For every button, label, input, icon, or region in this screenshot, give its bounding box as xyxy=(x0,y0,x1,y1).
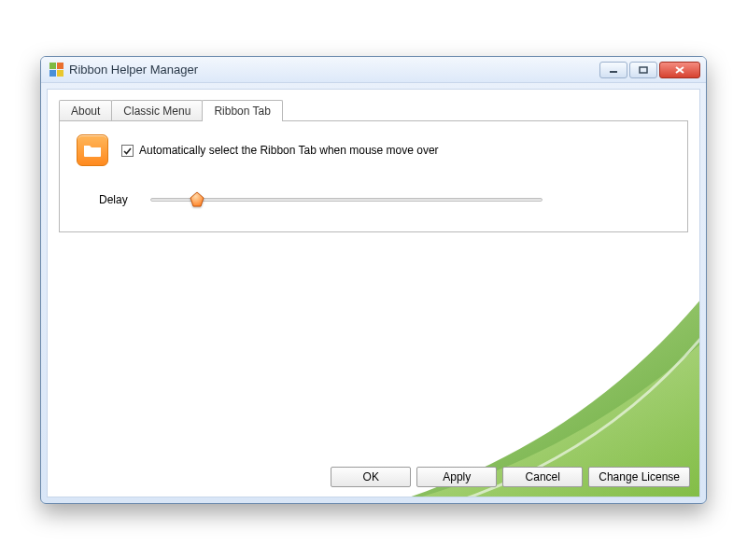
apply-button[interactable]: Apply xyxy=(416,467,497,487)
tab-ribbon-tab[interactable]: Ribbon Tab xyxy=(202,100,283,121)
app-window: Ribbon Helper Manager xyxy=(40,56,707,504)
close-icon xyxy=(674,65,685,75)
dialog-button-row: OK Apply Cancel Change License xyxy=(48,459,699,497)
svg-rect-0 xyxy=(610,71,617,73)
checkmark-icon xyxy=(122,146,133,156)
titlebar[interactable]: Ribbon Helper Manager xyxy=(41,57,706,83)
maximize-button[interactable] xyxy=(629,62,657,78)
change-license-button[interactable]: Change License xyxy=(588,467,690,487)
svg-rect-1 xyxy=(640,67,647,73)
auto-select-label: Automatically select the Ribbon Tab when… xyxy=(139,144,439,157)
delay-row: Delay xyxy=(77,185,670,218)
window-controls xyxy=(599,62,700,78)
tab-strip: About Classic Menu Ribbon Tab xyxy=(48,90,699,120)
auto-select-checkbox-row: Automatically select the Ribbon Tab when… xyxy=(121,144,439,157)
decorative-swoosh xyxy=(214,198,700,497)
minimize-icon xyxy=(609,66,618,74)
tab-classic-menu[interactable]: Classic Menu xyxy=(111,100,203,121)
tab-about[interactable]: About xyxy=(59,100,112,121)
maximize-icon xyxy=(639,66,648,74)
window-title: Ribbon Helper Manager xyxy=(69,63,599,77)
folder-icon xyxy=(77,134,108,166)
close-button[interactable] xyxy=(659,62,700,78)
slider-thumb[interactable] xyxy=(190,191,204,208)
delay-slider[interactable] xyxy=(150,190,543,209)
minimize-button[interactable] xyxy=(599,62,627,78)
ok-button[interactable]: OK xyxy=(331,467,411,487)
client-area: About Classic Menu Ribbon Tab Autom xyxy=(47,89,700,497)
app-icon xyxy=(49,63,63,77)
slider-track xyxy=(150,198,543,202)
auto-select-row: Automatically select the Ribbon Tab when… xyxy=(77,134,670,166)
cancel-button[interactable]: Cancel xyxy=(502,467,583,487)
delay-label: Delay xyxy=(99,193,128,206)
auto-select-checkbox[interactable] xyxy=(121,145,134,157)
tabpage-ribbon-tab: Automatically select the Ribbon Tab when… xyxy=(59,120,688,232)
